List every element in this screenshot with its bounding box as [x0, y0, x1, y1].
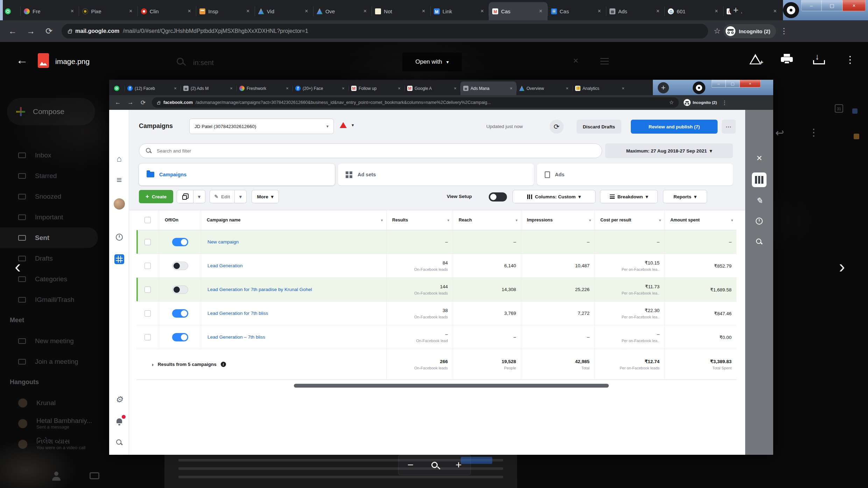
inner-forward-icon[interactable]: →: [125, 99, 136, 106]
tab-close-icon[interactable]: [772, 8, 778, 14]
next-attachment-preview[interactable]: [164, 454, 517, 488]
inner-tab-close-icon[interactable]: [285, 85, 290, 92]
sidebar-item[interactable]: નિલેશ વ્યાસ You were on a video call: [0, 434, 105, 454]
campaign-row[interactable]: Lead Generation for 7th paradise by Krun…: [136, 278, 736, 302]
sort-caret-icon[interactable]: [447, 218, 449, 222]
sort-caret-icon[interactable]: [589, 218, 591, 222]
address-bar[interactable]: mail.google.com /mail/u/0/#sent/QgrcJHsh…: [62, 24, 708, 38]
campaign-toggle[interactable]: [172, 285, 188, 294]
compose-button[interactable]: Compose: [7, 98, 95, 125]
reports-button[interactable]: Reports: [663, 190, 707, 203]
row-checkbox[interactable]: [144, 310, 151, 317]
campaign-toggle[interactable]: [172, 262, 188, 270]
inner-browser-tab[interactable]: Overview: [516, 82, 572, 95]
settings-gear-icon[interactable]: ⚙: [109, 395, 129, 404]
tab-close-icon[interactable]: [69, 8, 75, 14]
sidebar-item[interactable]: Snoozed: [0, 186, 105, 207]
tab-close-icon[interactable]: [713, 8, 720, 14]
sort-caret-icon[interactable]: [659, 218, 661, 222]
campaign-row[interactable]: Lead Generation – 7th bliss –On-Facebook…: [136, 325, 736, 349]
inner-browser-menu-icon[interactable]: [722, 99, 727, 106]
review-publish-button[interactable]: Review and publish (7): [631, 120, 718, 134]
campaign-name-link[interactable]: Lead Generation: [207, 263, 243, 268]
sort-caret-icon[interactable]: [381, 218, 383, 222]
zoom-in-icon[interactable]: [745, 238, 773, 246]
discard-drafts-button[interactable]: Discard Drafts: [577, 120, 621, 134]
tab-close-icon[interactable]: [362, 8, 368, 14]
col-amount-spent[interactable]: Amount spent: [670, 218, 700, 222]
duplicate-button[interactable]: [177, 190, 193, 203]
sidebar-item[interactable]: Hetal Bambhaniy... Sent a message: [0, 413, 105, 434]
row-checkbox[interactable]: [144, 334, 151, 340]
col-results[interactable]: Results: [392, 218, 408, 222]
tab-close-icon[interactable]: [128, 8, 134, 14]
entity-tab[interactable]: Ad sets: [338, 164, 534, 185]
refresh-data-icon[interactable]: ⟳: [550, 120, 564, 134]
menu-icon[interactable]: ≡: [109, 174, 129, 185]
search-input[interactable]: [156, 148, 595, 154]
header-more-button[interactable]: ···: [722, 120, 736, 134]
forward-icon[interactable]: →: [23, 26, 38, 36]
inner-restore-button[interactable]: ▢: [726, 80, 740, 87]
campaigns-table-icon[interactable]: [109, 254, 129, 264]
sort-caret-icon[interactable]: [731, 218, 733, 222]
browser-tab[interactable]: Ove: [313, 2, 372, 20]
sidebar-item[interactable]: Inbox: [0, 145, 105, 165]
inner-record-icon[interactable]: [693, 82, 705, 94]
entity-tab[interactable]: Campaigns: [139, 164, 335, 185]
browser-tab[interactable]: Link: [430, 2, 489, 20]
inner-browser-tab[interactable]: [111, 82, 125, 95]
browser-tab[interactable]: Ads: [606, 2, 664, 20]
sidebar-item[interactable]: Sent: [0, 227, 98, 248]
window-maximize-button[interactable]: ▢: [821, 0, 842, 11]
inner-browser-tab[interactable]: (12) Faceb: [125, 82, 181, 95]
inner-tab-close-icon[interactable]: [453, 85, 458, 92]
browser-tab[interactable]: Vid: [255, 2, 313, 20]
campaign-name-link[interactable]: Lead Generation for 7th paradise by Krun…: [207, 287, 312, 292]
history-clock-icon[interactable]: [745, 217, 773, 225]
back-icon[interactable]: ←: [5, 26, 20, 36]
browser-tab[interactable]: Fre: [20, 2, 79, 20]
sidebar-item[interactable]: Hangouts: [0, 372, 105, 392]
campaign-toggle[interactable]: [172, 309, 188, 318]
inner-browser-tab[interactable]: Follow up: [348, 82, 404, 95]
row-checkbox[interactable]: [144, 287, 151, 293]
col-cost-per-result[interactable]: Cost per result: [600, 218, 631, 222]
preview-back-icon[interactable]: ←: [16, 53, 28, 67]
create-button[interactable]: Create: [139, 190, 173, 203]
tab-close-icon[interactable]: [479, 8, 485, 14]
sidebar-item[interactable]: Krunal: [0, 392, 105, 413]
tab-close-icon[interactable]: [655, 8, 661, 14]
duplicate-caret-button[interactable]: [193, 190, 205, 203]
window-close-button[interactable]: ×: [842, 0, 866, 11]
sidebar-item[interactable]: Starred: [0, 165, 105, 186]
campaign-row[interactable]: Lead Generation 84On-Facebook leads 6,14…: [136, 254, 736, 278]
info-icon[interactable]: [221, 362, 226, 367]
window-minimize-button[interactable]: –: [801, 0, 821, 11]
inner-browser-tab[interactable]: Freshwork: [237, 82, 292, 95]
campaign-toggle[interactable]: [172, 238, 188, 246]
browser-tab[interactable]: Clin: [137, 2, 196, 20]
inner-new-tab-button[interactable]: +: [658, 82, 669, 93]
edit-pencil-icon[interactable]: ✎: [745, 196, 773, 206]
tab-close-icon[interactable]: [538, 8, 544, 14]
search-filter-bar[interactable]: [139, 143, 602, 158]
message-more-icon[interactable]: ⋮: [809, 127, 819, 138]
sidebar-item[interactable]: New meeting: [0, 331, 105, 351]
inner-tab-close-icon[interactable]: [173, 85, 178, 92]
tab-close-icon[interactable]: [421, 8, 427, 14]
campaign-row[interactable]: New campaign – – – – –: [136, 230, 736, 254]
date-range-button[interactable]: Maximum: 27 Aug 2018-27 Sep 2021: [605, 143, 733, 158]
browser-tab[interactable]: [5, 2, 20, 20]
account-dropdown[interactable]: JD Patel (307842302612660): [189, 119, 334, 134]
home-icon[interactable]: ⌂: [109, 153, 129, 164]
previous-image-chevron[interactable]: ‹: [15, 257, 21, 276]
print-icon[interactable]: [781, 54, 793, 64]
reply-icon[interactable]: ↩: [775, 127, 784, 139]
columns-button[interactable]: Columns: Custom: [513, 190, 595, 203]
keep-icon[interactable]: [854, 134, 859, 139]
chat-icon[interactable]: [90, 472, 99, 479]
next-image-chevron[interactable]: ›: [839, 257, 845, 276]
sidebar-item[interactable]: Important: [0, 207, 105, 227]
avatar[interactable]: [109, 198, 129, 210]
